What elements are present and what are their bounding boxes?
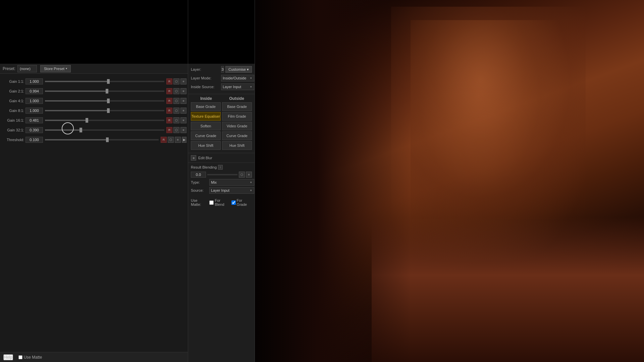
slider-track-6[interactable] — [45, 139, 159, 140]
slider-value-2[interactable]: 1.000 — [25, 98, 43, 104]
store-preset-button[interactable]: Store Preset ▾ — [40, 65, 71, 72]
slider-chain-button-0[interactable]: ⬡ — [173, 78, 179, 84]
slider-controls-6: R⬡≡▶ — [161, 137, 186, 143]
blend-value-box[interactable]: 0.0 — [191, 172, 206, 178]
inside-btn-4[interactable]: Hue Shift — [191, 141, 221, 150]
edit-blur-label[interactable]: Edit Blur — [198, 156, 212, 160]
slider-expand-button-5[interactable]: ≡ — [180, 127, 186, 133]
slider-expand-button-6[interactable]: ≡ — [175, 137, 181, 143]
slider-value-3[interactable]: 1.000 — [25, 108, 43, 114]
slider-r-button-6[interactable]: R — [161, 137, 167, 143]
inside-btn-1[interactable]: Texture Equaliser — [191, 112, 221, 121]
for-grade-text: For Grade — [237, 198, 252, 206]
slider-expand-button-0[interactable]: ≡ — [180, 78, 186, 84]
slider-controls-5: R⬡≡ — [166, 127, 186, 133]
slider-chain-button-2[interactable]: ⬡ — [173, 98, 179, 104]
chain-icon: ⬡ — [240, 173, 243, 176]
expand-icon: ≡ — [248, 173, 250, 176]
outside-btn-3[interactable]: Curve Grade — [222, 131, 252, 140]
preset-bar: Preset: (none) Store Preset ▾ — [0, 64, 188, 74]
slider-value-0[interactable]: 1.000 — [25, 78, 43, 84]
preset-dropdown[interactable]: (none) — [17, 65, 37, 72]
blend-source-arrow-icon: ▾ — [250, 189, 252, 192]
slider-chain-button-6[interactable]: ⬡ — [168, 137, 174, 143]
blend-slider-track[interactable] — [207, 174, 237, 175]
slider-r-button-4[interactable]: R — [166, 117, 172, 123]
blend-source-dropdown[interactable]: Layer Input — [209, 187, 254, 194]
left-panel: Preset: (none) Store Preset ▾ Gain 1:1:1… — [0, 0, 188, 362]
video-area — [255, 0, 644, 362]
inside-btn-0[interactable]: Base Grade — [191, 102, 221, 111]
slider-r-button-3[interactable]: R — [166, 108, 172, 114]
blend-type-dropdown[interactable]: Mix — [209, 179, 254, 186]
slider-row-4: Gain 16:1:0.481R⬡≡ — [0, 115, 188, 125]
slider-r-button-0[interactable]: R — [166, 78, 172, 84]
middle-top-black — [188, 0, 255, 64]
io-row-3: Curve GradeCurve Grade — [191, 131, 252, 140]
layer-mode-dropdown[interactable]: Inside/Outside — [221, 75, 254, 81]
slider-label-3: Gain 8:1: — [1, 109, 24, 113]
slider-chain-button-4[interactable]: ⬡ — [173, 117, 179, 123]
help-button[interactable]: Help — [3, 354, 13, 360]
io-rows-container: Base GradeBase GradeTexture EqualiserFil… — [191, 102, 252, 150]
slider-label-2: Gain 4:1: — [1, 99, 24, 103]
slider-thumb-0[interactable] — [107, 79, 110, 84]
for-blend-checkbox[interactable] — [209, 200, 214, 205]
inside-source-dropdown[interactable]: Layer Input — [221, 83, 254, 90]
outside-btn-0[interactable]: Base Grade — [222, 102, 252, 111]
slider-expand-button-1[interactable]: ≡ — [180, 88, 186, 94]
store-preset-arrow-icon: ▾ — [66, 67, 67, 70]
layer-number-box[interactable]: 3 — [221, 66, 224, 73]
slider-thumb-5[interactable] — [79, 128, 82, 132]
use-matte-text: Use Matte — [24, 355, 42, 360]
inside-btn-3[interactable]: Curve Grade — [191, 131, 221, 140]
slider-track-3[interactable] — [45, 110, 164, 111]
customise-arrow-icon: ▾ — [247, 67, 249, 72]
slider-r-button-5[interactable]: R — [166, 127, 172, 133]
outside-btn-2[interactable]: Video Grade — [222, 122, 252, 130]
blend-type-arrow-icon: ▾ — [250, 181, 252, 184]
slider-chain-button-3[interactable]: ⬡ — [173, 108, 179, 114]
slider-expand-button-4[interactable]: ≡ — [180, 117, 186, 123]
slider-r-button-2[interactable]: R — [166, 98, 172, 104]
outside-btn-1[interactable]: Film Grade — [222, 112, 252, 121]
preset-label: Preset: — [3, 66, 15, 71]
right-panel — [255, 0, 644, 362]
for-grade-checkbox[interactable] — [231, 200, 236, 205]
use-matte-checkbox[interactable] — [18, 355, 22, 359]
slider-thumb-6[interactable] — [106, 137, 109, 142]
slider-chain-button-1[interactable]: ⬡ — [173, 88, 179, 94]
result-blending: Result Blending i 0.0 ⬡ ≡ Typ — [188, 163, 255, 197]
slider-arrow-button[interactable]: ▶ — [182, 137, 186, 143]
slider-controls-3: R⬡≡ — [166, 108, 186, 114]
blend-ctrl-expand[interactable]: ≡ — [246, 172, 252, 178]
layer-mode-row: Layer Mode: Inside/Outside ▾ — [191, 74, 252, 82]
slider-track-4[interactable] — [45, 120, 164, 121]
slider-thumb-1[interactable] — [106, 89, 108, 94]
outside-btn-4[interactable]: Hue Shift — [222, 141, 252, 150]
customise-label: Customise — [228, 67, 246, 71]
inside-btn-2[interactable]: Soften — [191, 122, 221, 130]
slider-track-0[interactable] — [45, 81, 164, 82]
blend-ctrl-chain[interactable]: ⬡ — [239, 172, 245, 178]
slider-thumb-3[interactable] — [107, 108, 110, 113]
customise-button[interactable]: Customise ▾ — [225, 66, 252, 73]
slider-value-5[interactable]: 0.390 — [25, 127, 43, 133]
video-face — [391, 7, 586, 260]
slider-chain-button-5[interactable]: ⬡ — [173, 127, 179, 133]
io-headers: Inside Outside — [191, 96, 252, 101]
slider-thumb-4[interactable] — [86, 118, 88, 123]
slider-expand-button-3[interactable]: ≡ — [180, 108, 186, 114]
slider-expand-button-2[interactable]: ≡ — [180, 98, 186, 104]
slider-track-1[interactable] — [45, 90, 164, 92]
slider-track-2[interactable] — [45, 100, 164, 102]
slider-value-1[interactable]: 0.994 — [25, 88, 43, 94]
result-blend-info-icon: i — [218, 165, 223, 170]
slider-r-button-1[interactable]: R — [166, 88, 172, 94]
slider-value-6[interactable]: 0.100 — [25, 137, 43, 143]
slider-value-4[interactable]: 0.481 — [25, 117, 43, 123]
io-row-0: Base GradeBase Grade — [191, 102, 252, 111]
slider-track-5[interactable] — [45, 129, 164, 131]
slider-thumb-2[interactable] — [107, 99, 110, 103]
inside-source-row: Inside Source: Layer Input ▾ — [191, 83, 252, 90]
